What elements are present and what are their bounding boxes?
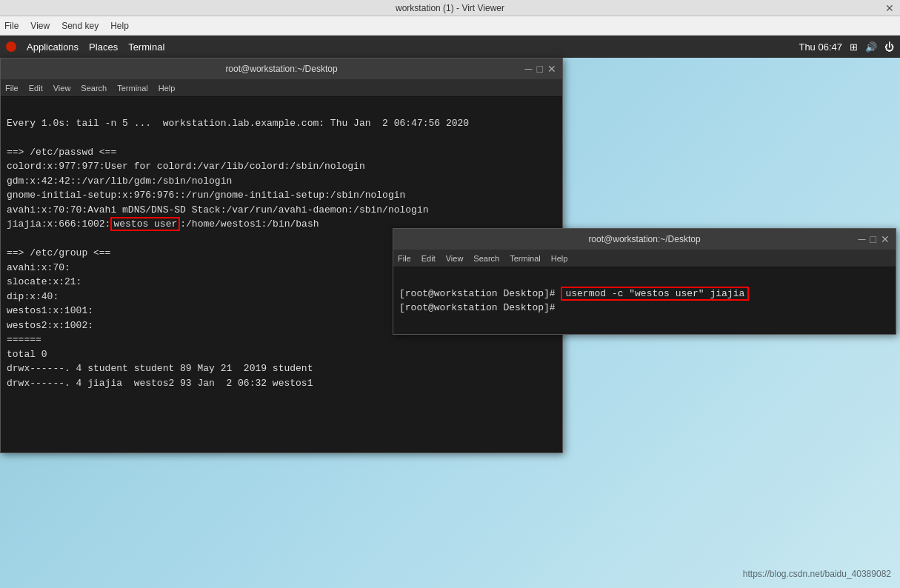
term1-section-passwd: ==> /etc/passwd <== xyxy=(7,147,116,158)
term2-menu-bar: File Edit View Search Terminal Help xyxy=(393,250,896,267)
gnome-panel: Applications Places Terminal Thu 06:47 ⊞… xyxy=(0,36,900,58)
term1-passwd-1: gdm:x:42:42::/var/lib/gdm:/sbin/nologin xyxy=(7,176,232,187)
virt-title-bar: workstation (1) - Virt Viewer ✕ xyxy=(0,0,900,16)
term2-buttons[interactable]: ─ □ ✕ xyxy=(859,233,890,245)
term1-maximize-button[interactable]: □ xyxy=(537,63,543,75)
term2-menu-edit[interactable]: Edit xyxy=(421,254,436,263)
clock: Thu 06:47 xyxy=(799,41,842,53)
term1-group-1: slocate:x:21: xyxy=(7,276,81,287)
term1-jiajia-highlight: westos user xyxy=(110,217,180,231)
term1-menu-view[interactable]: View xyxy=(53,84,71,93)
term1-line1: Every 1.0s: tail -n 5 ... workstation.la… xyxy=(7,118,469,129)
term1-drwx-1: drwx------. 4 jiajia westos2 93 Jan 2 06… xyxy=(7,378,313,389)
menu-file[interactable]: File xyxy=(4,21,19,31)
term2-menu-search[interactable]: Search xyxy=(473,254,499,263)
term2-minimize-button[interactable]: ─ xyxy=(859,233,866,245)
term1-menu-help[interactable]: Help xyxy=(159,84,176,93)
term1-title-bar: root@workstation:~/Desktop ─ □ ✕ xyxy=(1,59,562,79)
virt-close-button[interactable]: ✕ xyxy=(885,2,894,14)
term1-separator: ====== xyxy=(7,334,41,345)
desktop: root@workstation:~/Desktop ─ □ ✕ File Ed… xyxy=(0,58,900,588)
virt-window-title: workstation (1) - Virt Viewer xyxy=(396,3,504,13)
volume-icon: 🔊 xyxy=(865,41,877,53)
gnome-panel-right: Thu 06:47 ⊞ 🔊 ⏻ xyxy=(799,41,894,53)
term1-group-3: westos1:x:1001: xyxy=(7,305,93,316)
term2-title: root@workstation:~/Desktop xyxy=(588,234,700,244)
term1-minimize-button[interactable]: ─ xyxy=(525,63,533,75)
terminal-window-2: root@workstation:~/Desktop ─ □ ✕ File Ed… xyxy=(393,228,896,335)
term1-jiajia-prefix: jiajia:x:666:1002: xyxy=(7,218,110,230)
gnome-panel-left: Applications Places Terminal xyxy=(6,41,164,53)
watermark: https://blog.csdn.net/baidu_40389082 xyxy=(743,569,891,579)
term1-passwd-3: avahi:x:70:70:Avahi mDNS/DNS-SD Stack:/v… xyxy=(7,204,429,216)
term2-menu-file[interactable]: File xyxy=(398,254,411,263)
term2-close-button[interactable]: ✕ xyxy=(881,233,890,245)
term1-title: root@workstation:~/Desktop xyxy=(225,64,337,74)
places-label[interactable]: Places xyxy=(89,41,118,53)
term1-menu-bar: File Edit View Search Terminal Help xyxy=(1,79,562,97)
term1-menu-file[interactable]: File xyxy=(5,84,19,93)
term1-passwd-0: colord:x:977:977:User for colord:/var/li… xyxy=(7,161,365,172)
term1-jiajia-suffix: :/home/westos1:/bin/bash xyxy=(180,218,319,230)
term1-group-2: dip:x:40: xyxy=(7,291,59,302)
term1-menu-search[interactable]: Search xyxy=(81,84,107,93)
term1-section-group: ==> /etc/group <== xyxy=(7,247,110,258)
term2-prompt1: [root@workstation Desktop]# xyxy=(399,288,561,299)
menu-sendkey[interactable]: Send key xyxy=(61,21,99,31)
applications-icon xyxy=(6,41,16,52)
term2-menu-terminal[interactable]: Terminal xyxy=(510,254,541,263)
term1-passwd-2: gnome-initial-setup:x:976:976::/run/gnom… xyxy=(7,190,405,201)
term2-menu-view[interactable]: View xyxy=(446,254,464,263)
term2-title-bar: root@workstation:~/Desktop ─ □ ✕ xyxy=(393,229,896,250)
display-icon: ⊞ xyxy=(850,41,858,53)
term1-group-0: avahi:x:70: xyxy=(7,262,70,273)
menu-help[interactable]: Help xyxy=(110,21,129,31)
term1-drwx-0: drwx------. 4 student student 89 May 21 … xyxy=(7,363,313,374)
power-icon: ⏻ xyxy=(884,41,894,53)
term1-total: total 0 xyxy=(7,349,47,360)
term1-close-button[interactable]: ✕ xyxy=(547,63,556,75)
term2-cmd-highlight: usermod -c "westos user" jiajia xyxy=(561,287,749,301)
term2-content: [root@workstation Desktop]# usermod -c "… xyxy=(393,267,896,334)
term2-maximize-button[interactable]: □ xyxy=(870,233,876,245)
applications-label[interactable]: Applications xyxy=(27,41,79,53)
term1-menu-edit[interactable]: Edit xyxy=(29,84,43,93)
term1-buttons[interactable]: ─ □ ✕ xyxy=(525,63,556,75)
term1-menu-terminal[interactable]: Terminal xyxy=(117,84,148,93)
virt-menu-bar: File View Send key Help xyxy=(0,16,900,36)
term2-menu-help[interactable]: Help xyxy=(551,254,568,263)
term1-group-4: westos2:x:1002: xyxy=(7,320,93,331)
menu-view[interactable]: View xyxy=(30,21,50,31)
term2-prompt2: [root@workstation Desktop]# xyxy=(399,302,561,313)
terminal-label[interactable]: Terminal xyxy=(128,41,164,53)
